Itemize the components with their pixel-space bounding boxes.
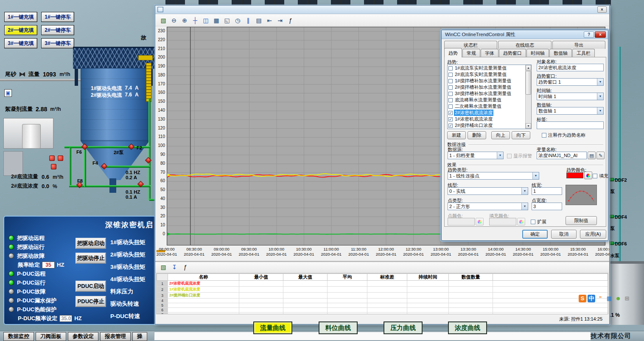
chevron-down-icon[interactable]: ▼ (532, 172, 539, 179)
chevron-down-icon[interactable]: ▼ (521, 188, 528, 194)
point-width-input[interactable]: 3 (532, 203, 562, 210)
tag-input[interactable] (537, 121, 604, 129)
trend-window-select[interactable]: 趋势窗口 1 ▼ (537, 78, 604, 86)
scroll-up-icon[interactable]: ▲ (526, 65, 531, 70)
list-button[interactable]: 删除 (468, 131, 486, 139)
trend-visible-checkbox[interactable]: ✓ (448, 117, 453, 121)
line-type-select[interactable]: 0 - 实线 ▼ (448, 187, 528, 195)
trend-visible-checkbox[interactable] (448, 73, 453, 77)
panel-button[interactable]: PDUC停止 (76, 296, 106, 307)
trend-visible-checkbox[interactable] (448, 85, 453, 90)
value-axis-select[interactable]: 数值轴 1 ▼ (537, 107, 604, 115)
stats-export-icon[interactable]: ↧ (170, 262, 179, 272)
list-button[interactable]: 向上 (491, 131, 510, 139)
trend-visible-checkbox[interactable] (448, 79, 453, 83)
comment-as-name-checkbox[interactable]: 注释作为趋势名称 (542, 132, 585, 138)
trend-visible-checkbox[interactable]: ✓ (448, 111, 453, 115)
stats-table-row[interactable]: 21#浓密机底流浓度 (157, 287, 608, 293)
tools-icon[interactable]: ⊞ (623, 295, 631, 302)
window-close-button[interactable]: × (597, 6, 607, 13)
extended-checkbox[interactable]: 扩展 (531, 219, 546, 225)
ok-button[interactable]: 确定 (522, 230, 548, 239)
chevron-down-icon[interactable]: ▼ (597, 79, 603, 85)
dialog-tab[interactable]: 数值轴 (549, 49, 572, 57)
dialog-tab[interactable]: 在线组态 (498, 41, 551, 49)
chevron-down-icon[interactable]: ▼ (497, 152, 503, 159)
one-key-button[interactable]: 1#一键充填 (4, 12, 37, 22)
zoom-in-icon[interactable]: ⊕ (180, 16, 189, 25)
trend-visible-checkbox[interactable] (448, 92, 453, 96)
trend-list-item[interactable]: ✓1#浓密机底流浓度 (448, 116, 531, 122)
list-button[interactable]: 新建 (447, 131, 466, 139)
data-source-select[interactable]: 1 - 归档变量 ▼ (448, 152, 504, 159)
trend-list-item[interactable]: ✓2#浓密机底流浓度 (448, 110, 531, 116)
trend-type-select[interactable]: 1 - 线性连接点 ▼ (448, 172, 539, 180)
checkbox-icon[interactable] (542, 133, 546, 138)
apply-button[interactable]: 应用(A) (580, 230, 606, 239)
trend-list-item[interactable]: 3#搅拌槽补加水流量测量值 (448, 90, 531, 97)
zoom-time-axis-icon[interactable]: ◱ (222, 16, 232, 25)
object-name-input[interactable]: 2#浓密机底流浓度 (537, 64, 604, 71)
panel-button[interactable]: 把驱动启动 (76, 238, 106, 249)
one-key-button[interactable]: 2#一键停车 (41, 25, 74, 35)
chevron-down-icon[interactable]: ▼ (597, 107, 603, 114)
trend-list-item[interactable]: 二次稀释水流量测量值 (448, 103, 531, 110)
move-trend-area-icon[interactable]: ┼ (190, 16, 200, 25)
trend-visible-checkbox[interactable] (448, 104, 453, 109)
panel-button[interactable]: PDUC启动 (76, 281, 106, 292)
statistics-icon[interactable]: ƒ (286, 16, 295, 25)
dialog-tab[interactable]: 工具栏 (572, 49, 595, 57)
trend-list-item[interactable]: 1#搅拌槽补加水流量测量值 (448, 78, 531, 84)
soft-keyboard-icon[interactable]: ▦ (605, 295, 613, 302)
one-key-button[interactable]: 1#一键停车 (41, 12, 74, 22)
one-key-button[interactable]: 3#一键停车 (41, 38, 74, 48)
scroll-thumb[interactable] (526, 71, 531, 95)
zoom-area-icon[interactable]: ▦ (212, 16, 221, 25)
line-width-input[interactable]: 1 (532, 187, 562, 195)
trend-visible-checkbox[interactable] (448, 66, 453, 70)
trend-list-item[interactable]: 2#搅拌槽补加水流量测量值 (448, 84, 531, 90)
dialog-tab[interactable]: 字体 (481, 49, 498, 57)
fill-checkbox[interactable]: 填充 (593, 173, 608, 179)
variable-name-input[interactable]: 浓度\NMJ1_ND_AI (537, 152, 587, 159)
one-key-button[interactable]: 2#一键充填 (4, 25, 37, 35)
dialog-tab[interactable]: 时间轴 (526, 49, 549, 57)
stats-table-row[interactable]: 32#搅拌桶出口浓度 (157, 293, 608, 299)
panel-field-value[interactable]: 35 (42, 262, 55, 268)
trend-list[interactable]: 1#底流泵实时流量测量值2#底流泵实时流量测量值1#搅拌槽补加水流量测量值2#搅… (447, 65, 532, 129)
trend-color-swatch[interactable] (566, 172, 583, 178)
dialog-help-button[interactable]: ? (584, 31, 594, 38)
variable-edit-button[interactable]: ✎ (596, 152, 605, 159)
dialog-tab-active[interactable]: 趋势 (444, 48, 462, 57)
trend-list-item[interactable]: 1#底流泵实时流量测量值 (448, 65, 531, 71)
one-key-button[interactable]: 3#一键充填 (4, 38, 37, 48)
move-axes-area-icon[interactable]: ◫ (201, 16, 210, 25)
original-view-icon[interactable]: ◷ (233, 16, 242, 25)
panel-button[interactable]: 把驱动停止 (76, 253, 106, 264)
trend-list-scrollbar[interactable]: ▲ ▼ (525, 65, 531, 129)
stats-table-row[interactable]: 6 (157, 308, 608, 313)
point-type-select[interactable]: 2 - 正方形 ▼ (448, 203, 528, 210)
curve-button[interactable]: 流量曲线 (253, 321, 292, 334)
previous-record-icon[interactable]: ⇤ (265, 16, 274, 25)
stats-table-row[interactable]: 12#浓密机底流浓度 (157, 281, 608, 287)
stats-fx-icon[interactable]: ƒ (181, 262, 190, 272)
limits-button[interactable]: 限制值 (566, 216, 597, 225)
checkbox-icon[interactable] (531, 220, 535, 224)
emoji-icon[interactable]: ☻ (614, 295, 622, 302)
variable-browse-button[interactable]: ▤ (588, 152, 596, 159)
stats-select-icon[interactable]: ▧ (159, 262, 168, 272)
stats-table-row[interactable]: 4 (157, 299, 608, 303)
dialog-tab[interactable]: 常规 (462, 49, 480, 57)
trend-list-item[interactable]: 底流稀释水流量测量值 (448, 97, 531, 103)
dialog-titlebar[interactable]: WinCC OnlineTrendControl 属性 ? × (442, 30, 608, 39)
chevron-down-icon[interactable]: ▼ (521, 203, 528, 210)
trend-color-picker-button[interactable] (584, 172, 592, 179)
next-record-icon[interactable]: ⇥ (275, 16, 285, 25)
stats-table-row[interactable]: 7 (157, 313, 608, 315)
scroll-down-icon[interactable]: ▼ (526, 123, 531, 129)
lang-cn-icon[interactable]: 中 (588, 295, 595, 302)
punctuation-icon[interactable]: ” (596, 295, 604, 302)
zoom-out-icon[interactable]: ⊖ (169, 16, 179, 25)
panel-field-value[interactable]: 35.0 (59, 315, 72, 322)
